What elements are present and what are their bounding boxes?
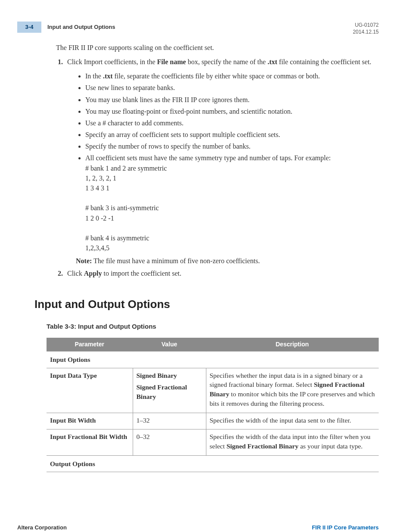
page-footer: Altera Corporation FIR II IP Core Parame… xyxy=(17,524,379,532)
col-desc-header: Description xyxy=(206,338,379,352)
b8-code-block-1: # bank 1 and 2 are symmetric 1, 2, 3, 2,… xyxy=(85,163,379,193)
note-text: The file must have a minimum of five non… xyxy=(93,257,260,264)
running-header-title: Input and Output Options xyxy=(47,23,115,31)
step2-apply: Apply xyxy=(84,270,102,277)
step1-txt-ext: .txt xyxy=(268,58,277,65)
value-input-data-type: Signed Binary Signed Fractional Binary xyxy=(133,368,206,413)
col-param-header: Parameter xyxy=(47,338,133,352)
desc-input-data-type: Specifies whether the input data is in a… xyxy=(206,368,379,413)
step-1: Click Import coefficients, in the File n… xyxy=(65,57,379,266)
bullet-1: In the .txt file, separate the coefficie… xyxy=(85,71,379,81)
group-input-options: Input Options xyxy=(47,352,379,368)
footer-corp: Altera Corporation xyxy=(17,524,67,532)
bullet-5: Use a # character to add comments. xyxy=(85,118,379,128)
table-header-row: Parameter Value Description xyxy=(47,338,379,352)
page-header: 3-4 Input and Output Options UG-01072 20… xyxy=(17,22,379,35)
bullet-6: Specify an array of coefficient sets to … xyxy=(85,130,379,140)
step1-text-mid: box, specify the name of the xyxy=(186,58,268,65)
table-caption: Table 3-3: Input and Output Options xyxy=(47,322,379,331)
step2-post: to import the coefficient set. xyxy=(102,270,181,277)
step2-pre: Click xyxy=(67,270,84,277)
note-label: Note: xyxy=(76,257,92,264)
bullet-8: All coefficient sets must have the same … xyxy=(85,153,379,253)
r0-desc-post: to monitor which bits the IP core preser… xyxy=(210,390,375,407)
chapter-link[interactable]: FIR II IP Core Parameters xyxy=(312,524,379,532)
step-2: Click Apply to import the coefficient se… xyxy=(65,269,379,278)
value-input-bit-width: 1–32 xyxy=(133,413,206,429)
step1-filename-label: File name xyxy=(157,58,186,65)
b8-code-block-3: # bank 4 is asymmetric 1,2,3,4,5 xyxy=(85,233,379,253)
col-value-header: Value xyxy=(133,338,206,352)
b1-post: file, separate the coefficients file by … xyxy=(113,72,320,80)
desc-input-bit-width: Specifies the width of the input data se… xyxy=(206,413,379,429)
param-input-data-type: Input Data Type xyxy=(47,368,133,413)
bullet-2: Use new lines to separate banks. xyxy=(85,83,379,93)
r2-desc-post: as your input data type. xyxy=(299,442,363,450)
table-row: Input Fractional Bit Width 0–32 Specifie… xyxy=(47,429,379,455)
section-heading: Input and Output Options xyxy=(34,296,379,312)
b8-code-block-2: # bank 3 is anti-symmetric 1 2 0 -2 -1 xyxy=(85,203,379,223)
b8-lead: All coefficient sets must have the same … xyxy=(85,154,331,162)
value-input-frac-bit-width: 0–32 xyxy=(133,429,206,455)
options-table: Parameter Value Description Input Option… xyxy=(47,338,379,473)
desc-input-frac-bit-width: Specifies the width of the data input in… xyxy=(206,429,379,455)
bullet-4: You may use floating-point or fixed-poin… xyxy=(85,106,379,116)
param-input-bit-width: Input Bit Width xyxy=(47,413,133,429)
b1-bold: .txt xyxy=(103,72,113,80)
group-input-options-label: Input Options xyxy=(47,352,379,368)
note-line: Note: The file must have a minimum of fi… xyxy=(76,256,379,266)
step1-text-pre: Click Import coefficients, in the xyxy=(67,58,157,65)
value-signed-binary: Signed Binary xyxy=(137,371,202,380)
doc-date: 2014.12.15 xyxy=(353,28,379,35)
param-input-frac-bit-width: Input Fractional Bit Width xyxy=(47,429,133,455)
table-row: Input Bit Width 1–32 Specifies the width… xyxy=(47,413,379,429)
intro-paragraph: The FIR II IP core supports scaling on t… xyxy=(56,43,379,53)
table-row: Input Data Type Signed Binary Signed Fra… xyxy=(47,368,379,413)
bullet-3: You may use blank lines as the FIR II IP… xyxy=(85,95,379,105)
doc-id: UG-01072 xyxy=(353,22,379,28)
page-number-badge: 3-4 xyxy=(17,22,41,33)
group-output-options-label: Output Options xyxy=(47,455,379,472)
step1-text-post: file containing the coefficient set. xyxy=(277,58,371,65)
r2-desc-bold: Signed Fractional Binary xyxy=(227,442,299,450)
bullet-7: Specify the number of rows to specify th… xyxy=(85,141,379,151)
group-output-options: Output Options xyxy=(47,455,379,472)
value-signed-fractional-binary: Signed Fractional Binary xyxy=(137,383,202,401)
b1-pre: In the xyxy=(85,72,103,80)
